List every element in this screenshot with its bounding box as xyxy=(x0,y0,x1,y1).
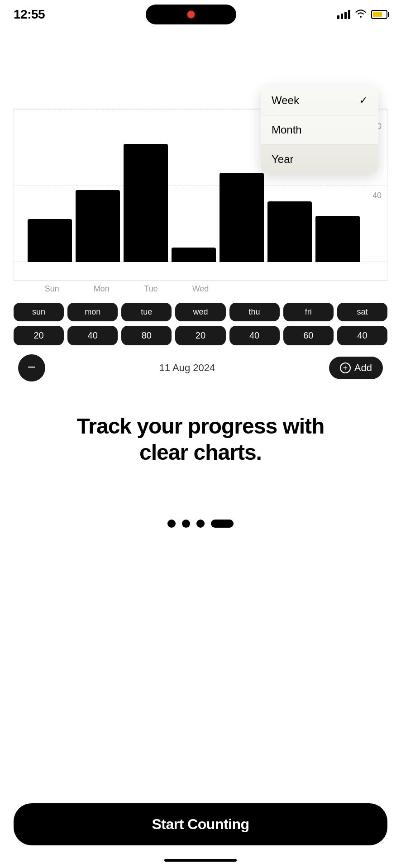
day-pill-sun[interactable]: sun xyxy=(14,303,64,321)
status-time: 12:55 xyxy=(14,7,45,22)
x-labels: Sun Mon Tue Wed xyxy=(14,281,387,294)
battery-icon xyxy=(371,10,387,19)
bar-thu-fill xyxy=(220,173,264,262)
x-label-mon: Mon xyxy=(76,284,126,294)
start-button-container: Start Counting xyxy=(14,803,387,845)
record-dot xyxy=(186,10,196,19)
chart-section: Week ✓ Month Year 60 40 xyxy=(14,109,387,382)
indicator-active xyxy=(211,520,234,528)
bar-mon xyxy=(76,118,120,262)
x-label-sun: Sun xyxy=(27,284,76,294)
x-label-tue: Tue xyxy=(126,284,176,294)
x-label-empty xyxy=(225,284,275,294)
page-indicators xyxy=(0,520,401,528)
bar-tue xyxy=(124,118,168,262)
add-label: Add xyxy=(354,362,372,374)
plus-circle-icon xyxy=(340,362,351,373)
count-tue: 80 xyxy=(121,326,172,345)
bar-wed xyxy=(172,118,216,262)
day-pill-thu[interactable]: thu xyxy=(229,303,280,321)
add-button[interactable]: Add xyxy=(329,357,383,379)
checkmark-icon: ✓ xyxy=(359,95,368,106)
dynamic-island xyxy=(146,5,236,24)
count-fri: 60 xyxy=(283,326,334,345)
x-label-empty2 xyxy=(275,284,324,294)
x-label-empty3 xyxy=(325,284,374,294)
bar-sun-fill xyxy=(28,219,72,262)
day-pill-tue[interactable]: tue xyxy=(121,303,172,321)
home-indicator xyxy=(164,859,237,862)
bar-wed-fill xyxy=(172,248,216,262)
minus-button[interactable]: − xyxy=(18,354,45,382)
signal-icon xyxy=(337,10,350,19)
bar-sun xyxy=(28,118,72,262)
indicator-1 xyxy=(167,520,176,528)
count-mon: 40 xyxy=(67,326,118,345)
indicator-2 xyxy=(182,520,190,528)
count-sun: 20 xyxy=(14,326,64,345)
count-sat: 40 xyxy=(337,326,387,345)
minus-icon: − xyxy=(28,360,36,374)
tagline-text: Track your progress with clear charts. xyxy=(23,413,378,465)
start-counting-button[interactable]: Start Counting xyxy=(14,803,387,845)
bar-fri-fill xyxy=(267,201,312,262)
count-row: 20 40 80 20 40 60 40 xyxy=(14,326,387,345)
x-label-wed: Wed xyxy=(176,284,225,294)
bar-tue-fill xyxy=(124,144,168,262)
day-pill-mon[interactable]: mon xyxy=(67,303,118,321)
main-content: Week ✓ Month Year 60 40 xyxy=(0,27,401,537)
count-wed: 20 xyxy=(175,326,225,345)
day-pill-sat[interactable]: sat xyxy=(337,303,387,321)
tagline: Track your progress with clear charts. xyxy=(23,413,378,465)
dropdown-item-year[interactable]: Year xyxy=(261,145,378,174)
bar-mon-fill xyxy=(76,190,120,262)
day-pill-wed[interactable]: wed xyxy=(175,303,225,321)
dropdown-item-month[interactable]: Month xyxy=(261,115,378,145)
date-nav: − 11 Aug 2024 Add xyxy=(14,354,387,382)
status-icons xyxy=(337,9,387,20)
dropdown-item-week[interactable]: Week ✓ xyxy=(261,86,378,115)
count-thu: 40 xyxy=(229,326,280,345)
bar-sat-fill xyxy=(315,216,360,262)
status-bar: 12:55 xyxy=(0,0,401,27)
bar-thu xyxy=(220,118,264,262)
day-pill-fri[interactable]: fri xyxy=(283,303,334,321)
date-label: 11 Aug 2024 xyxy=(159,362,215,374)
wifi-icon xyxy=(355,9,367,20)
indicator-3 xyxy=(196,520,205,528)
day-selector[interactable]: sun mon tue wed thu fri sat xyxy=(14,303,387,321)
dropdown-menu[interactable]: Week ✓ Month Year xyxy=(261,86,378,174)
